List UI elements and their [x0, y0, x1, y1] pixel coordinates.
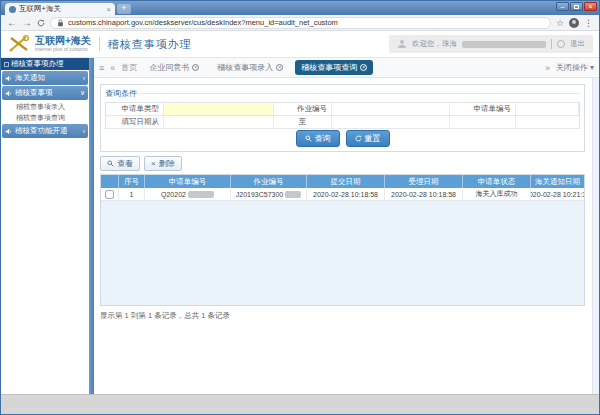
sidebar-item-audit-matters[interactable]: 稽核查事项 ∨ [2, 86, 88, 100]
close-operations-label: 关闭操作 [556, 62, 588, 73]
content-scrollbar[interactable] [592, 78, 599, 394]
tab-enterprise-consent[interactable]: 企业同意书 × [143, 60, 205, 75]
delete-button-label: 删除 [159, 158, 175, 169]
tab-label: 稽核查事项查询 [301, 62, 357, 73]
page-title: 稽核查事项办理 [108, 37, 192, 52]
tab-audit-query[interactable]: 稽核查事项查询 × [295, 60, 373, 75]
portal-logo-title: 互联网+海关 [35, 36, 91, 46]
chevron-down-icon: ∨ [80, 89, 85, 97]
scroll-tabs-right-icon[interactable]: » [545, 63, 550, 73]
menu-icon[interactable]: ≡ [99, 63, 104, 73]
sidebar-subitem-audit-query[interactable]: 稽核查事项查询 [1, 112, 89, 123]
redacted-job-no [285, 191, 301, 198]
job-no-input[interactable] [332, 104, 449, 115]
header-submit-date: 提交日期 [307, 175, 385, 188]
apply-no-field-wrap [516, 103, 579, 116]
tab-close-icon[interactable]: × [360, 64, 367, 71]
date-from-field-wrap [164, 116, 274, 129]
reset-button[interactable]: 重置 [346, 130, 390, 147]
sidebar-item-customs-notice[interactable]: 海关通知 ‹ [2, 71, 88, 85]
search-button-label: 查询 [315, 133, 331, 144]
tab-audit-entry[interactable]: 稽核查事项录入 × [211, 60, 289, 75]
sidebar-item-label: 稽核查功能开通 [15, 126, 68, 136]
sidebar: 稽核查事项办理 海关通知 ‹ 稽核查事项 ∨ 稽核查事项录入 稽核查事项查询 稽… [1, 58, 89, 394]
sidebar-subitem-audit-entry[interactable]: 稽核查事项录入 [1, 101, 89, 112]
cell-job-no: J20193C57300 [231, 188, 307, 201]
apply-no-text: Q20202 [161, 191, 186, 198]
job-no-field-wrap [332, 103, 450, 116]
tab-close-icon[interactable]: × [192, 64, 199, 71]
chevron-left-icon: ‹ [83, 128, 85, 135]
url-text: customs.chinaport.gov.cn/deskserver/cus/… [68, 18, 338, 27]
apply-type-label: 申请单类型 [106, 103, 164, 116]
address-bar[interactable]: customs.chinaport.gov.cn/deskserver/cus/… [50, 17, 551, 29]
cell-no: 1 [119, 188, 145, 201]
new-tab-button[interactable]: + [117, 4, 131, 14]
query-form: 申请单类型 作业编号 申请单编号 填写日期从 至 [105, 102, 580, 129]
refresh-icon[interactable] [37, 19, 45, 27]
user-icon [397, 39, 407, 49]
customs-logo-icon [7, 34, 31, 54]
browser-tab-title: 互联网+海关 [19, 4, 103, 14]
user-strip: 欢迎您，珠海 退出 [389, 35, 593, 53]
browser-menu-icon[interactable]: ⋮ [584, 18, 593, 28]
date-to-input[interactable] [332, 117, 449, 128]
reset-icon [355, 135, 362, 142]
caret-down-icon: ▾ [590, 63, 594, 72]
header-apply-no: 申请单编号 [145, 175, 231, 188]
logout-button[interactable]: 退出 [570, 39, 585, 49]
job-no-label: 作业编号 [274, 103, 332, 116]
sidebar-item-audit-activation[interactable]: 稽核查功能开通 ‹ [2, 124, 88, 138]
apply-type-field-wrap [164, 103, 274, 116]
form-empty-cell [516, 116, 579, 129]
row-checkbox[interactable] [105, 190, 113, 198]
speaker-icon [5, 75, 12, 82]
table-row[interactable]: 1 Q20202 J20193C57300 2020-02-28 10:18:5… [101, 188, 584, 201]
delete-button[interactable]: × 删除 [144, 156, 182, 171]
forward-icon[interactable]: → [22, 18, 32, 28]
job-no-text: J20193C57300 [236, 191, 284, 198]
close-button[interactable]: × [584, 2, 597, 11]
browser-tab[interactable]: 互联网+海关 × [5, 3, 115, 15]
tab-close-icon[interactable]: × [276, 64, 283, 71]
window-bottom-edge [1, 394, 599, 415]
bookmark-star-icon[interactable]: ☆ [556, 18, 564, 28]
form-empty-cell [450, 116, 516, 129]
sidebar-title-text: 稽核查事项办理 [11, 58, 64, 70]
header-no: 序号 [119, 175, 145, 188]
maximize-button[interactable] [570, 2, 583, 11]
tab-home[interactable]: 首页 [121, 62, 137, 73]
sidebar-item-label: 海关通知 [15, 73, 45, 83]
date-to-field-wrap [332, 116, 450, 129]
logout-icon [557, 40, 565, 48]
header-divider [99, 37, 100, 51]
table-empty-area [101, 201, 584, 305]
scroll-tabs-left-icon[interactable]: « [110, 63, 115, 73]
cell-submit-date: 2020-02-28 10:18:58 [307, 188, 385, 201]
date-from-input[interactable] [164, 117, 273, 128]
query-panel-title: 查询条件 [105, 88, 137, 99]
cell-status: 海关入库成功 [463, 188, 531, 201]
portal-header: 互联网+海关 internet plus of customs 稽核查事项办理 … [1, 31, 599, 58]
back-icon[interactable]: ← [7, 18, 17, 28]
workspace-tabbar: ≡ « 首页 企业同意书 × 稽核查事项录入 × 稽核查事项查询 × » [94, 58, 599, 78]
date-from-label: 填写日期从 [106, 116, 164, 129]
search-button[interactable]: 查询 [296, 130, 340, 147]
apply-no-label: 申请单编号 [450, 103, 516, 116]
pagination-summary: 显示第 1 到第 1 条记录，总共 1 条记录 [100, 311, 593, 321]
apply-no-input[interactable] [516, 104, 578, 115]
sidebar-title: 稽核查事项办理 [1, 58, 89, 70]
profile-avatar[interactable] [569, 18, 579, 28]
minimize-button[interactable]: – [556, 2, 569, 11]
window-controls: – × [556, 2, 597, 11]
tab-close-icon[interactable]: × [106, 5, 111, 14]
browser-titlebar: 互联网+海关 × + – × [1, 1, 599, 15]
sidebar-subitem-label: 稽核查事项录入 [16, 102, 65, 112]
close-operations-dropdown[interactable]: 关闭操作 ▾ [556, 62, 594, 73]
cell-apply-no: Q20202 [145, 188, 231, 201]
view-button-label: 查看 [117, 158, 133, 169]
apply-type-input[interactable] [164, 104, 273, 115]
sidebar-subitem-label: 稽核查事项查询 [16, 113, 65, 123]
view-button[interactable]: 查看 [100, 156, 140, 171]
browser-window: 互联网+海关 × + – × ← → customs.chinaport.gov… [0, 0, 600, 415]
